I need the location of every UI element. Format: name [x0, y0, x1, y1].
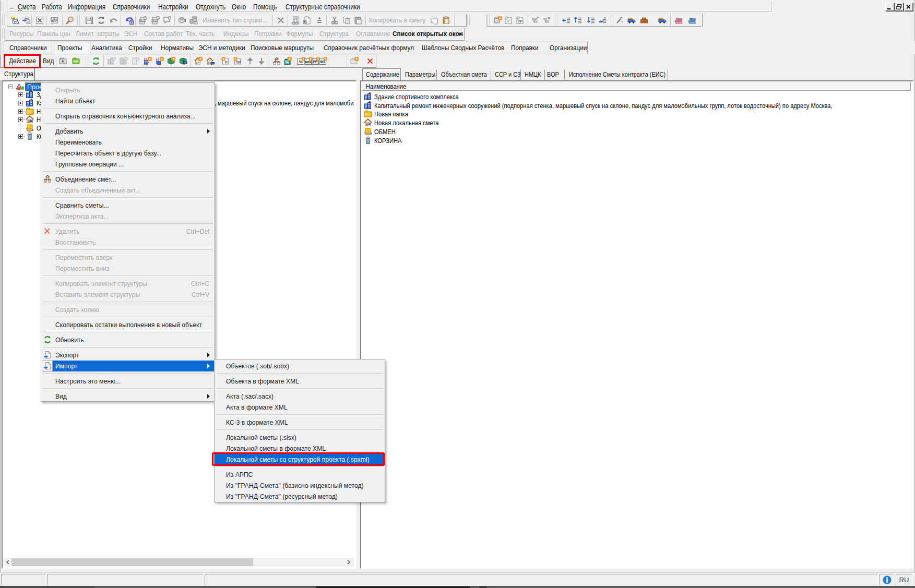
svg-text:P: P	[225, 61, 228, 64]
svg-text:РР: РР	[313, 60, 318, 64]
svg-text:%: %	[299, 59, 302, 64]
svg-text:ПР: ПР	[518, 20, 522, 23]
svg-text:М29: М29	[305, 61, 311, 64]
svg-text:PDF: PDF	[52, 18, 57, 21]
svg-text:ПР: ПР	[236, 61, 241, 64]
svg-text:ФЗ: ФЗ	[320, 60, 325, 64]
svg-text:P: P	[507, 19, 510, 23]
